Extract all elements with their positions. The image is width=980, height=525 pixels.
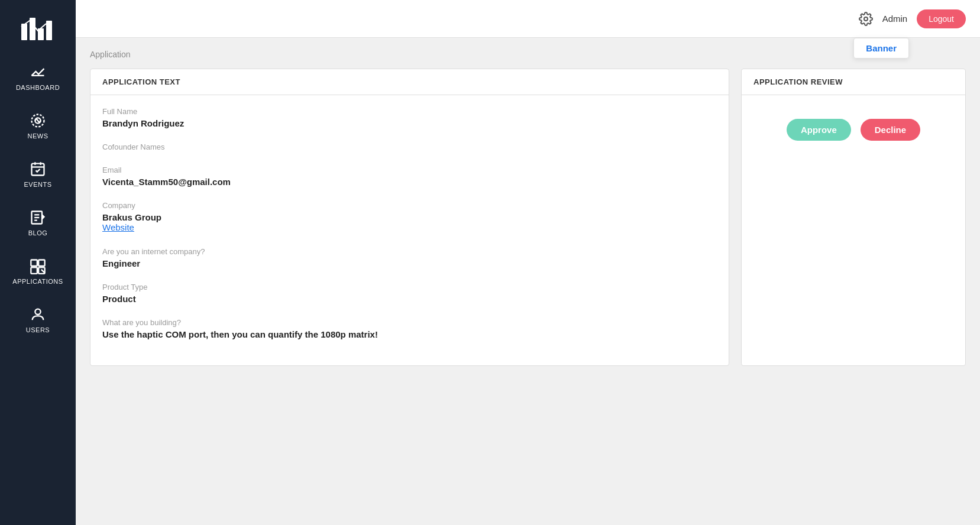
sidebar-item-label-dashboard: DASHBOARD xyxy=(16,84,60,91)
company-value: Brakus Group xyxy=(102,212,717,222)
building-value: Use the haptic COM port, then you can qu… xyxy=(102,329,717,339)
company-label: Company xyxy=(102,201,717,210)
full-name-label: Full Name xyxy=(102,107,717,116)
application-text-panel: APPLICATION TEXT Full Name Brandyn Rodri… xyxy=(90,69,729,366)
website-link[interactable]: Website xyxy=(102,222,134,232)
decline-button[interactable]: Decline xyxy=(861,119,920,141)
content-area: Application APPLICATION TEXT Full Name B… xyxy=(76,38,980,525)
field-building: What are you building? Use the haptic CO… xyxy=(102,318,717,339)
application-text-panel-body: Full Name Brandyn Rodriguez Cofounder Na… xyxy=(90,95,729,365)
field-cofounder-names: Cofounder Names xyxy=(102,142,717,151)
svg-rect-7 xyxy=(32,164,44,176)
svg-rect-18 xyxy=(31,267,37,274)
field-email: Email Vicenta_Stamm50@gmail.com xyxy=(102,166,717,187)
full-name-value: Brandyn Rodriguez xyxy=(102,118,717,128)
review-panel-title: APPLICATION REVIEW xyxy=(742,69,965,95)
sidebar-item-label-blog: BLOG xyxy=(28,229,48,236)
panels: APPLICATION TEXT Full Name Brandyn Rodri… xyxy=(90,69,966,366)
field-company: Company Brakus Group Website xyxy=(102,201,717,233)
svg-rect-17 xyxy=(38,260,45,267)
sidebar-item-dashboard[interactable]: DASHBOARD xyxy=(0,53,76,102)
approve-button[interactable]: Approve xyxy=(787,119,851,141)
building-label: What are you building? xyxy=(102,318,717,327)
email-value: Vicenta_Stamm50@gmail.com xyxy=(102,177,717,187)
gear-icon[interactable] xyxy=(859,12,873,26)
svg-point-22 xyxy=(864,17,868,21)
sidebar-item-label-applications: APPLICATIONS xyxy=(12,278,63,285)
field-product-type: Product Type Product xyxy=(102,283,717,304)
application-text-panel-title: APPLICATION TEXT xyxy=(90,69,729,95)
sidebar-item-label-events: EVENTS xyxy=(24,181,51,188)
breadcrumb: Application xyxy=(90,50,966,59)
product-type-value: Product xyxy=(102,294,717,304)
sidebar-item-events[interactable]: EVENTS xyxy=(0,150,76,199)
svg-rect-3 xyxy=(46,21,52,40)
field-internet-company: Are you an internet company? Engineer xyxy=(102,247,717,268)
main-area: Admin Logout Banner Application APPLICAT… xyxy=(76,0,980,525)
svg-rect-16 xyxy=(31,260,37,267)
sidebar-item-label-users: USERS xyxy=(26,326,50,333)
sidebar-item-blog[interactable]: BLOG xyxy=(0,199,76,247)
internet-company-value: Engineer xyxy=(102,258,717,268)
logout-button[interactable]: Logout xyxy=(917,9,966,28)
email-label: Email xyxy=(102,166,717,174)
header-admin-label: Admin xyxy=(882,14,908,24)
product-type-label: Product Type xyxy=(102,283,717,291)
cofounder-names-label: Cofounder Names xyxy=(102,142,717,151)
field-full-name: Full Name Brandyn Rodriguez xyxy=(102,107,717,128)
application-review-panel: APPLICATION REVIEW Approve Decline xyxy=(741,69,966,366)
svg-point-21 xyxy=(35,309,40,315)
internet-company-label: Are you an internet company? xyxy=(102,247,717,256)
review-panel-body: Approve Decline xyxy=(742,95,965,164)
sidebar-item-applications[interactable]: APPLICATIONS xyxy=(0,247,76,296)
sidebar-item-news[interactable]: NEWS xyxy=(0,102,76,150)
header: Admin Logout xyxy=(76,0,980,38)
sidebar-item-label-news: NEWS xyxy=(28,132,48,140)
sidebar-logo xyxy=(20,0,56,53)
sidebar: DASHBOARD NEWS EVENTS BLOG xyxy=(0,0,76,525)
sidebar-item-users[interactable]: USERS xyxy=(0,296,76,344)
banner-dropdown[interactable]: Banner xyxy=(853,38,909,59)
